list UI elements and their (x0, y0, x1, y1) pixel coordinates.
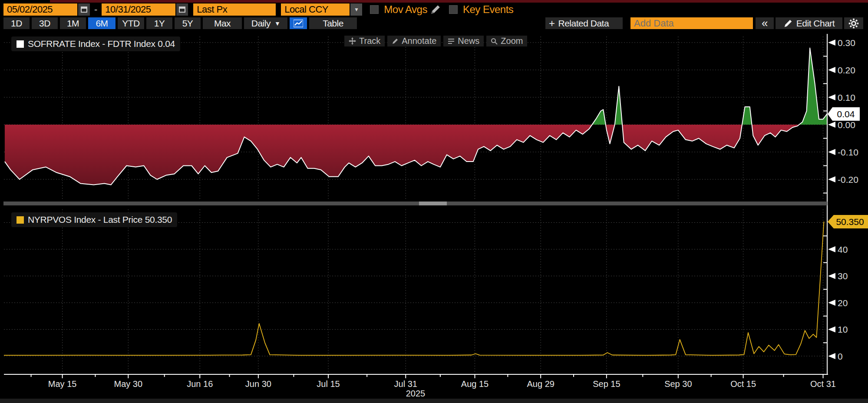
range-tab-6m[interactable]: 6M (88, 17, 116, 29)
svg-text:Jun 30: Jun 30 (245, 379, 271, 389)
add-data-input[interactable] (630, 17, 753, 29)
chart-actions: + Related Data « Edit Chart (545, 17, 863, 29)
key-events-checkbox[interactable] (449, 5, 458, 14)
svg-text:Aug 29: Aug 29 (527, 379, 554, 389)
news-button[interactable]: News (443, 36, 484, 46)
x-axis-year-label: 2025 (406, 389, 426, 398)
key-events-label[interactable]: Key Events (463, 3, 513, 16)
svg-text:0.30: 0.30 (838, 38, 855, 48)
date-to-calendar-button[interactable] (176, 3, 188, 16)
svg-text:0: 0 (838, 351, 843, 361)
svg-text:30: 30 (838, 271, 848, 281)
pane-splitter-handle[interactable] (419, 202, 447, 205)
mov-avgs-checkbox[interactable] (370, 5, 379, 14)
svg-text:Jun 16: Jun 16 (187, 379, 213, 389)
svg-text:40: 40 (838, 244, 848, 254)
range-tab-ytd[interactable]: YTD (118, 17, 144, 29)
pane-splitter[interactable] (3, 202, 827, 205)
svg-text:0.10: 0.10 (838, 92, 855, 102)
calendar-icon (179, 7, 185, 13)
related-data-button[interactable]: + Related Data (545, 17, 623, 29)
date-range-toolbar: - ▼ Mov Avgs Key Events (3, 3, 513, 16)
bottom-pane-legend-label: NYRPVOS Index - Last Price 50.350 (28, 215, 172, 225)
svg-text:Aug 15: Aug 15 (461, 379, 488, 389)
svg-text:Sep 15: Sep 15 (593, 379, 620, 389)
svg-text:May 30: May 30 (114, 379, 142, 389)
news-icon (448, 38, 455, 45)
collapse-button[interactable]: « (756, 17, 774, 29)
date-from-calendar-button[interactable] (78, 3, 90, 16)
line-chart-icon (294, 20, 303, 27)
svg-text:20: 20 (838, 298, 848, 308)
range-tab-1d[interactable]: 1D (3, 17, 30, 29)
svg-text:10: 10 (838, 324, 848, 334)
bottom-last-price-tag: 50.350 (828, 215, 868, 228)
track-button[interactable]: Track (344, 36, 385, 46)
chart-tools-toolbar: Track Annotate News Zoom (344, 36, 527, 46)
price-type-field[interactable] (193, 3, 276, 16)
svg-text:Jul 15: Jul 15 (317, 379, 340, 389)
currency-dropdown-button[interactable]: ▼ (350, 3, 362, 16)
gear-icon (848, 18, 859, 29)
svg-text:-0.20: -0.20 (838, 175, 858, 185)
table-button[interactable]: Table (309, 17, 357, 29)
series-swatch-yellow (17, 216, 24, 224)
date-to-field[interactable] (102, 3, 175, 16)
svg-text:-0.10: -0.10 (838, 147, 858, 157)
currency-field[interactable] (281, 3, 350, 16)
pencil-icon[interactable] (430, 4, 441, 15)
bottom-series (4, 221, 824, 355)
plus-icon: + (549, 17, 555, 29)
window-top-border (50, 0, 868, 3)
top-pane-legend[interactable]: SOFRRATE Index - FDTR Index 0.04 (11, 36, 180, 51)
svg-text:Sep 30: Sep 30 (664, 379, 692, 389)
range-tabbar: 1D 3D 1M 6M YTD 1Y 5Y Max Daily ▼ Table (3, 17, 357, 29)
svg-text:May 15: May 15 (48, 379, 77, 389)
settings-button[interactable] (844, 17, 863, 29)
mov-avgs-label[interactable]: Mov Avgs (384, 3, 427, 16)
date-from-field[interactable] (3, 3, 77, 16)
zoom-button[interactable]: Zoom (486, 36, 527, 46)
chart-window: 0.300.200.100.00-0.10-0.20403020100May 1… (0, 0, 868, 403)
top-last-price-tag: 0.04 (828, 107, 860, 121)
chevron-down-icon: ▼ (274, 20, 280, 27)
svg-text:0.20: 0.20 (838, 65, 855, 75)
calendar-icon (81, 7, 87, 13)
pencil-icon (392, 38, 399, 45)
pencil-icon (783, 19, 793, 28)
track-move-icon (349, 37, 356, 45)
period-dropdown[interactable]: Daily ▼ (244, 17, 287, 29)
series-swatch-white (17, 40, 24, 48)
range-tab-1y[interactable]: 1Y (146, 17, 172, 29)
top-pane-legend-label: SOFRRATE Index - FDTR Index 0.04 (28, 39, 175, 49)
window-bottom-border (0, 399, 868, 403)
chart-type-button[interactable] (290, 17, 307, 29)
magnifier-icon (491, 38, 498, 45)
range-tab-3d[interactable]: 3D (32, 17, 58, 29)
edit-chart-button[interactable]: Edit Chart (776, 17, 842, 29)
range-tab-1m[interactable]: 1M (60, 17, 86, 29)
date-range-separator: - (94, 4, 97, 15)
chevron-down-icon: ▼ (354, 7, 359, 13)
svg-text:Jul 31: Jul 31 (394, 379, 417, 389)
annotate-button[interactable]: Annotate (387, 36, 441, 46)
bottom-pane-legend[interactable]: NYRPVOS Index - Last Price 50.350 (11, 212, 177, 227)
svg-text:0.00: 0.00 (838, 120, 855, 130)
range-tab-5y[interactable]: 5Y (175, 17, 201, 29)
svg-text:Oct 31: Oct 31 (810, 379, 836, 389)
range-tab-max[interactable]: Max (203, 17, 242, 29)
svg-text:Oct 15: Oct 15 (730, 379, 756, 389)
